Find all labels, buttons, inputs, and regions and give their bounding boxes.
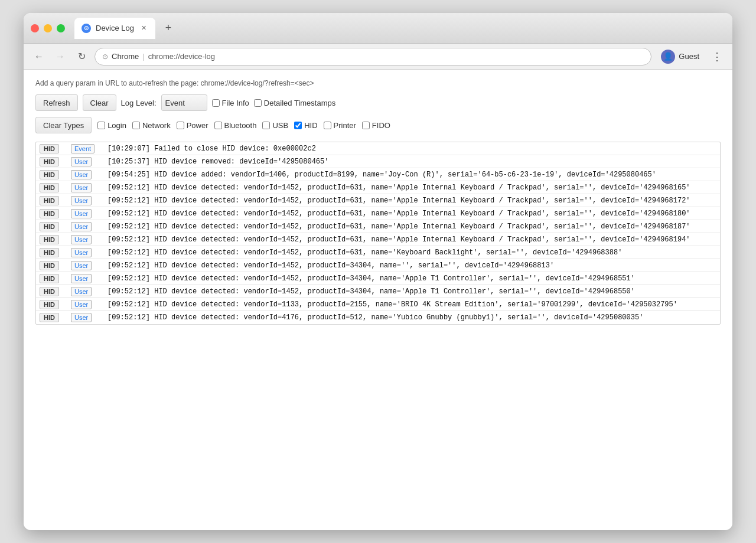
browser-tab[interactable]: ⊙ Device Log ✕	[74, 18, 155, 39]
source-link[interactable]: Event	[71, 144, 94, 153]
back-button[interactable]: ←	[31, 48, 47, 65]
table-row: HIDUser[09:52:12] HID device detected: v…	[36, 181, 720, 194]
source-link[interactable]: User	[71, 313, 92, 322]
printer-filter-label[interactable]: Printer	[324, 121, 356, 130]
source-link[interactable]: User	[71, 157, 92, 166]
log-message: [10:29:07] Failed to close HID device: 0…	[104, 143, 720, 154]
new-tab-button[interactable]: +	[160, 20, 177, 37]
address-bar[interactable]: ⊙ Chrome | chrome://device-log	[94, 48, 651, 66]
source-link[interactable]: User	[71, 274, 92, 283]
detailed-timestamps-label: Detailed Timestamps	[264, 99, 335, 107]
menu-button[interactable]: ⋮	[709, 48, 725, 65]
info-bar-text: Add a query param in URL to auto-refresh…	[35, 79, 314, 87]
tab-title: Device Log	[96, 24, 134, 32]
log-level-select[interactable]: Verbose Info Event Warning Error	[161, 94, 207, 111]
maximize-button[interactable]	[57, 24, 65, 32]
log-message: [09:52:12] HID device detected: vendorId…	[104, 221, 720, 232]
source-link[interactable]: User	[71, 235, 92, 244]
log-message: [09:52:12] HID device detected: vendorId…	[104, 273, 720, 284]
login-filter-label[interactable]: Login	[97, 121, 126, 130]
title-bar: ⊙ Device Log ✕ +	[24, 13, 732, 44]
clear-types-bar: Clear Types Login Network Power Bluetoot…	[35, 117, 721, 133]
source-cell: User	[69, 260, 104, 271]
source-link[interactable]: User	[71, 300, 92, 309]
network-filter-checkbox[interactable]	[132, 122, 140, 129]
log-tag: HID	[40, 157, 59, 166]
source-link[interactable]: User	[71, 209, 92, 218]
profile-avatar: 👤	[661, 50, 675, 64]
refresh-button[interactable]: Refresh	[35, 94, 78, 111]
login-filter-checkbox[interactable]	[97, 122, 105, 129]
profile-label: Guest	[679, 52, 699, 61]
source-link[interactable]: User	[71, 196, 92, 205]
profile-button[interactable]: 👤 Guest	[656, 47, 704, 66]
table-row: HIDUser[09:52:12] HID device detected: v…	[36, 311, 720, 324]
forward-button[interactable]: →	[52, 48, 69, 65]
table-row: HIDEvent[10:29:07] Failed to close HID d…	[36, 142, 720, 155]
minimize-button[interactable]	[44, 24, 52, 32]
log-tag: HID	[40, 248, 59, 257]
power-filter-label[interactable]: Power	[177, 121, 208, 130]
tab-close-button[interactable]: ✕	[139, 24, 148, 33]
close-button[interactable]	[31, 24, 39, 32]
source-cell: User	[69, 312, 104, 323]
log-tag: HID	[40, 196, 59, 205]
log-tag: HID	[40, 274, 59, 283]
file-info-checkbox[interactable]	[212, 99, 220, 107]
tag-cell: HID	[36, 156, 69, 168]
address-scheme: Chrome	[112, 52, 139, 61]
printer-filter-checkbox[interactable]	[324, 122, 331, 129]
detailed-timestamps-checkbox-label[interactable]: Detailed Timestamps	[254, 99, 335, 107]
source-cell: User	[69, 299, 104, 310]
hid-filter-label-text: HID	[304, 121, 317, 130]
usb-filter-label-text: USB	[272, 121, 288, 130]
source-cell: User	[69, 273, 104, 284]
detailed-timestamps-checkbox[interactable]	[254, 99, 262, 107]
fido-filter-label[interactable]: FIDO	[362, 121, 390, 130]
tab-favicon: ⊙	[82, 24, 91, 33]
source-link[interactable]: User	[71, 248, 92, 257]
usb-filter-label[interactable]: USB	[262, 121, 288, 130]
log-message: [09:52:12] HID device detected: vendorId…	[104, 247, 720, 258]
power-filter-checkbox[interactable]	[177, 122, 184, 129]
bluetooth-filter-checkbox[interactable]	[214, 122, 222, 129]
tag-cell: HID	[36, 312, 69, 323]
file-info-checkbox-label[interactable]: File Info	[212, 99, 249, 107]
table-row: HIDUser[09:52:12] HID device detected: v…	[36, 246, 720, 259]
fido-filter-checkbox[interactable]	[362, 122, 370, 129]
reload-button[interactable]: ↻	[73, 48, 90, 65]
log-tag: HID	[40, 222, 59, 231]
hid-filter-checkbox[interactable]	[294, 122, 302, 129]
usb-filter-checkbox[interactable]	[262, 122, 270, 129]
tag-cell: HID	[36, 143, 69, 155]
log-tag: HID	[40, 235, 59, 244]
source-cell: Event	[69, 143, 104, 154]
log-message: [09:52:12] HID device detected: vendorId…	[104, 286, 720, 297]
tag-cell: HID	[36, 221, 69, 233]
clear-types-button[interactable]: Clear Types	[35, 117, 92, 133]
printer-filter-label-text: Printer	[334, 121, 356, 130]
table-row: HIDUser[09:54:25] HID device added: vend…	[36, 168, 720, 181]
log-message: [09:52:12] HID device detected: vendorId…	[104, 208, 720, 219]
hid-filter-label[interactable]: HID	[294, 121, 317, 130]
address-url: chrome://device-log	[148, 52, 215, 61]
network-filter-label[interactable]: Network	[132, 121, 171, 130]
table-row: HIDUser[09:52:12] HID device detected: v…	[36, 220, 720, 233]
log-message: [10:25:37] HID device removed: deviceId=…	[104, 156, 720, 167]
clear-button[interactable]: Clear	[83, 94, 116, 111]
tag-cell: HID	[36, 169, 69, 181]
controls-bar: Refresh Clear Log Level: Verbose Info Ev…	[35, 94, 721, 111]
source-link[interactable]: User	[71, 222, 92, 231]
source-cell: User	[69, 247, 104, 258]
page-content: Add a query param in URL to auto-refresh…	[24, 70, 732, 530]
tag-cell: HID	[36, 299, 69, 310]
bluetooth-filter-label[interactable]: Bluetooth	[214, 121, 257, 130]
source-link[interactable]: User	[71, 183, 92, 192]
source-link[interactable]: User	[71, 261, 92, 270]
source-link[interactable]: User	[71, 287, 92, 296]
tag-cell: HID	[36, 247, 69, 259]
log-message: [09:54:25] HID device added: vendorId=14…	[104, 169, 720, 180]
source-cell: User	[69, 208, 104, 219]
source-cell: User	[69, 156, 104, 167]
source-link[interactable]: User	[71, 170, 92, 179]
